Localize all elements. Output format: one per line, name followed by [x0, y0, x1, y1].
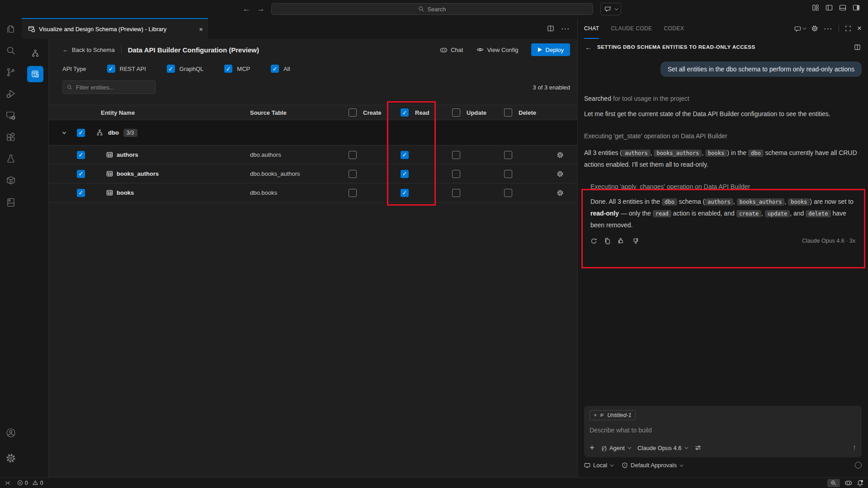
retry-icon[interactable] [590, 238, 597, 244]
collapse-chevron-icon[interactable] [61, 130, 77, 136]
graphql-label: GraphQL [179, 66, 203, 72]
run-debug-icon[interactable] [0, 83, 22, 105]
toggle-primary-sidebar-icon[interactable] [826, 4, 833, 11]
search-icon[interactable] [0, 40, 22, 61]
source-control-icon[interactable] [0, 61, 22, 83]
delete-checkbox[interactable]: ✓ [504, 151, 512, 159]
read-checkbox[interactable]: ✓ [401, 170, 409, 178]
remote-explorer-icon[interactable] [0, 105, 22, 127]
row-checkbox[interactable]: ✓ [77, 151, 85, 159]
read-all-checkbox[interactable]: ✓ [401, 108, 409, 117]
view-config-icon [476, 46, 484, 53]
dab-config-view-icon[interactable] [27, 66, 43, 82]
model-selector[interactable]: Claude Opus 4.6 [637, 445, 687, 451]
open-in-editor-icon[interactable] [854, 44, 861, 51]
expand-icon[interactable] [845, 25, 851, 32]
create-checkbox[interactable]: ✓ [349, 151, 357, 159]
context-file-chip[interactable]: + Untitled-1 [590, 410, 636, 420]
approvals-selector[interactable]: Default Approvals [622, 462, 682, 469]
tab-codex[interactable]: CODEX [664, 18, 684, 39]
row-checkbox[interactable]: ✓ [77, 189, 85, 197]
schema-group-row[interactable]: ✓ dbo 3/3 [49, 120, 577, 145]
attach-icon[interactable]: + [590, 443, 594, 453]
filter-entities-input[interactable]: Filter entities... [62, 80, 156, 94]
notebook-icon[interactable] [0, 192, 22, 213]
chat-settings-gear-icon[interactable] [811, 25, 818, 32]
remote-connection-icon[interactable] [5, 480, 11, 486]
update-all-checkbox[interactable]: ✓ [452, 108, 460, 117]
chat-more-actions-icon[interactable]: ··· [824, 25, 833, 32]
view-config-button[interactable]: View Config [476, 46, 518, 53]
api-type-row: API Type ✓ REST API ✓ GraphQL ✓ MCP ✓ Al… [49, 61, 577, 77]
chat-mode-dropdown[interactable] [794, 25, 805, 32]
delete-all-checkbox[interactable]: ✓ [504, 108, 512, 117]
account-icon[interactable] [0, 422, 22, 444]
environment-selector[interactable]: Local [584, 462, 613, 469]
close-chat-icon[interactable]: × [857, 24, 862, 33]
schema-view-icon[interactable] [27, 45, 43, 61]
update-checkbox[interactable]: ✓ [452, 189, 460, 197]
global-search-input[interactable]: Search [271, 3, 593, 15]
customize-layout-icon[interactable] [812, 4, 819, 11]
chevron-down-icon [802, 26, 806, 29]
delete-checkbox[interactable]: ✓ [504, 170, 512, 178]
tab-claude-code[interactable]: CLAUDE CODE [611, 18, 652, 39]
all-checkbox[interactable]: ✓ [271, 65, 279, 73]
nav-back-arrow[interactable]: ← [241, 4, 252, 14]
notifications-bell-icon[interactable] [857, 479, 863, 487]
mcp-checkbox[interactable]: ✓ [224, 65, 232, 73]
nav-forward-arrow[interactable]: → [255, 4, 266, 14]
explorer-icon[interactable] [0, 18, 22, 40]
chevron-down-icon [627, 445, 631, 449]
create-checkbox[interactable]: ✓ [349, 189, 357, 197]
split-editor-icon[interactable] [547, 25, 554, 32]
entity-name: books_authors [117, 170, 159, 177]
row-checkbox[interactable]: ✓ [77, 170, 85, 178]
row-settings-gear-icon[interactable] [542, 170, 577, 178]
table-row-books[interactable]: ✓booksdbo.books✓✓✓✓ [49, 183, 577, 202]
copilot-status-icon[interactable] [844, 479, 852, 487]
problems-indicator[interactable]: 0 0 [17, 480, 43, 486]
graphql-checkbox[interactable]: ✓ [167, 65, 175, 73]
thumbs-down-icon[interactable] [632, 237, 639, 244]
read-checkbox[interactable]: ✓ [401, 189, 409, 197]
rest-api-checkbox[interactable]: ✓ [107, 65, 115, 73]
tab-visualize-design-schema[interactable]: Visualize and Design Schema (Preview) - … [22, 18, 208, 39]
search-placeholder: Search [427, 6, 446, 13]
toggle-secondary-sidebar-icon[interactable] [853, 4, 860, 11]
send-icon[interactable]: ↑ [853, 443, 857, 452]
table-row-books-authors[interactable]: ✓books_authorsdbo.books_authors✓✓✓✓ [49, 164, 577, 183]
copilot-chat-button[interactable] [600, 3, 621, 15]
table-row-authors[interactable]: ✓authorsdbo.authors✓✓✓✓ [49, 145, 577, 164]
dbo-group-checkbox[interactable]: ✓ [77, 129, 85, 137]
chat-button[interactable]: Chat [440, 46, 463, 54]
tools-sliders-icon[interactable] [694, 444, 702, 451]
thumbs-up-icon[interactable] [618, 237, 625, 244]
row-settings-gear-icon[interactable] [542, 151, 577, 159]
tab-chat[interactable]: CHAT [584, 18, 599, 39]
row-settings-gear-icon[interactable] [542, 189, 577, 197]
chat-input-box[interactable]: + Untitled-1 Describe what to build + (∕… [584, 406, 862, 457]
zoom-status-icon[interactable] [827, 479, 840, 487]
testing-icon[interactable] [0, 148, 22, 170]
delete-checkbox[interactable]: ✓ [504, 189, 512, 197]
toggle-panel-icon[interactable] [839, 4, 846, 11]
mode-selector[interactable]: (∕) Agent [602, 445, 630, 451]
settings-gear-icon[interactable] [0, 447, 22, 469]
extensions-icon[interactable] [0, 127, 22, 148]
designer-tool-strip [22, 39, 49, 477]
create-all-checkbox[interactable]: ✓ [349, 108, 357, 117]
copy-icon[interactable] [604, 238, 611, 244]
editor-more-actions-icon[interactable]: ··· [561, 25, 570, 32]
session-back-icon[interactable]: ← [585, 43, 592, 51]
container-cube-icon[interactable] [0, 170, 22, 192]
read-checkbox[interactable]: ✓ [401, 151, 409, 159]
create-checkbox[interactable]: ✓ [349, 170, 357, 178]
mode-label: Agent [609, 445, 625, 451]
api-type-label: API Type [62, 66, 86, 72]
deploy-button[interactable]: Deploy [531, 43, 570, 56]
back-to-schema-button[interactable]: ← Back to Schema [62, 47, 115, 53]
update-checkbox[interactable]: ✓ [452, 151, 460, 159]
tab-close-icon[interactable]: × [199, 25, 203, 33]
update-checkbox[interactable]: ✓ [452, 170, 460, 178]
